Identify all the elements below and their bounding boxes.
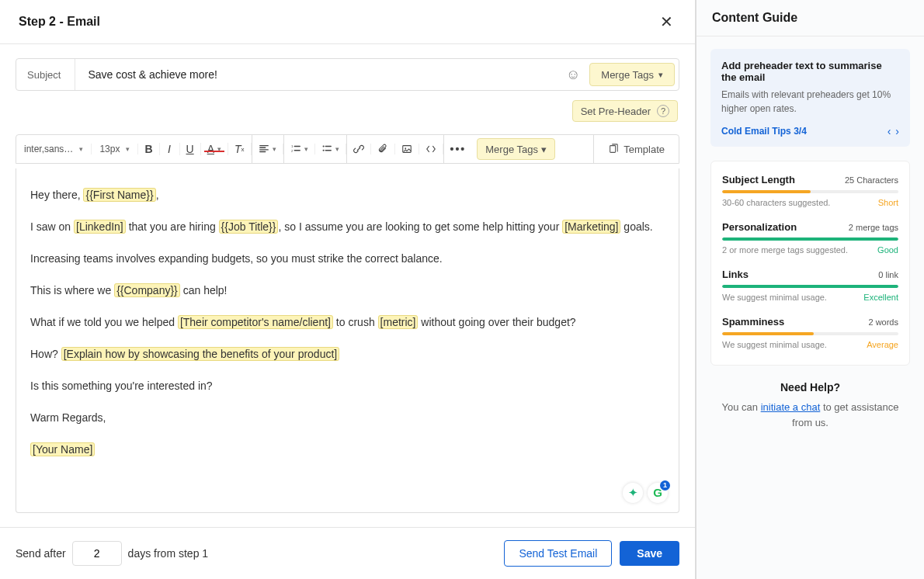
copy-icon <box>608 144 619 154</box>
set-preheader-button[interactable]: Set Pre-Header ? <box>572 100 678 122</box>
metric-status: Average <box>867 340 898 349</box>
svg-point-5 <box>405 147 406 149</box>
metric-bar <box>722 190 898 193</box>
subject-row: Subject ☺ Merge Tags ▾ <box>16 58 679 91</box>
content-guide-panel: Content Guide Add preheader text to summ… <box>696 0 924 579</box>
help-icon[interactable]: ? <box>657 105 669 117</box>
assist-icon[interactable]: ✦ <box>623 483 643 503</box>
metric-status: Excellent <box>863 293 898 302</box>
svg-point-2 <box>322 145 324 147</box>
days-suffix: days from step 1 <box>128 547 209 560</box>
metric-bar <box>722 237 898 241</box>
svg-text:2: 2 <box>290 149 293 153</box>
font-family-select[interactable]: inter,sans…▾ <box>16 144 92 154</box>
grammarly-badge: 1 <box>660 480 670 491</box>
dialog-title: Step 2 - Email <box>19 15 100 29</box>
subject-label: Subject <box>16 59 75 90</box>
svg-text:1: 1 <box>290 144 293 148</box>
metric-name: Links <box>722 269 749 280</box>
metric-status: Short <box>878 198 898 207</box>
tip-desc: Emails with relevant preheaders get 10% … <box>721 88 899 116</box>
more-button[interactable]: ••• <box>444 143 473 155</box>
merge-tag: {{First Name}} <box>83 188 155 202</box>
italic-button[interactable]: I <box>160 143 180 155</box>
ordered-list-icon: 12 <box>290 144 301 154</box>
clear-format-button[interactable]: Tx <box>228 143 252 155</box>
merge-tags-label: Merge Tags <box>601 69 654 81</box>
underline-button[interactable]: U <box>180 143 201 155</box>
metric-status: Good <box>877 245 898 255</box>
placeholder: [Marketing] <box>562 220 620 234</box>
subject-merge-tags-button[interactable]: Merge Tags ▾ <box>589 63 675 86</box>
email-body-editor[interactable]: Hey there, {{First Name}}, I saw on [Lin… <box>16 168 679 513</box>
metric-hint: We suggest minimal usage. <box>722 340 827 349</box>
emoji-icon[interactable]: ☺ <box>557 67 589 83</box>
metric-value: 25 Characters <box>845 175 898 185</box>
unordered-list-button[interactable]: ▾ <box>315 144 346 154</box>
editor-toolbar: inter,sans…▾ 13px▾ B I U A▾ Tx ▾ 12 ▾ <box>16 134 679 164</box>
close-icon[interactable]: ✕ <box>657 11 676 33</box>
svg-rect-6 <box>610 146 616 153</box>
template-button[interactable]: Template <box>599 138 674 160</box>
svg-point-3 <box>322 150 324 151</box>
metric-name: Spamminess <box>722 316 784 328</box>
paperclip-icon <box>377 144 388 154</box>
image-icon <box>401 144 412 154</box>
tip-heading: Add preheader text to summarise the emai… <box>721 60 899 83</box>
align-left-icon <box>259 144 269 154</box>
code-icon <box>426 144 436 154</box>
metric-row: Subject Length25 Characters30-60 charact… <box>722 174 898 207</box>
content-guide-title: Content Guide <box>696 0 924 36</box>
chevron-down-icon: ▾ <box>658 70 663 80</box>
editor-floating-widgets: ✦ G 1 <box>623 483 668 503</box>
chevron-down-icon: ▾ <box>335 145 339 153</box>
placeholder: [Your Name] <box>30 442 95 456</box>
ordered-list-button[interactable]: 12 ▾ <box>284 144 315 154</box>
chevron-down-icon: ▾ <box>79 145 83 153</box>
editor-merge-tags-button[interactable]: Merge Tags ▾ <box>477 138 555 160</box>
send-after-label: Send after <box>16 547 66 560</box>
chevron-down-icon: ▾ <box>304 145 308 153</box>
placeholder: [Explain how by showcasing the benefits … <box>61 347 340 361</box>
bold-button[interactable]: B <box>138 143 159 155</box>
link-icon <box>353 144 364 154</box>
grammarly-icon[interactable]: G 1 <box>648 483 668 503</box>
link-button[interactable] <box>347 144 371 154</box>
save-button[interactable]: Save <box>620 541 679 566</box>
placeholder: [metric] <box>378 315 419 329</box>
metric-value: 0 link <box>878 270 898 279</box>
subject-input[interactable] <box>75 59 557 90</box>
tip-next-button[interactable]: › <box>895 125 899 137</box>
unordered-list-icon <box>321 144 332 154</box>
attachment-button[interactable] <box>371 144 395 154</box>
metric-bar <box>722 285 898 288</box>
align-button[interactable]: ▾ <box>252 144 283 154</box>
tip-prev-button[interactable]: ‹ <box>888 125 891 137</box>
metric-name: Personalization <box>722 221 797 233</box>
text-color-button[interactable]: A▾ <box>201 143 228 155</box>
metric-hint: We suggest minimal usage. <box>722 293 827 302</box>
metric-value: 2 words <box>868 317 898 327</box>
metric-hint: 30-60 characters suggested. <box>722 198 830 207</box>
tip-nav-link[interactable]: Cold Email Tips 3/4 <box>721 126 807 137</box>
chevron-down-icon: ▾ <box>541 144 547 155</box>
chevron-down-icon: ▾ <box>217 145 221 153</box>
send-after-days-input[interactable] <box>72 541 122 566</box>
code-button[interactable] <box>419 144 443 154</box>
image-button[interactable] <box>395 144 419 154</box>
footer-bar: Send after days from step 1 Send Test Em… <box>0 527 695 579</box>
merge-tag: {{Company}} <box>114 283 180 297</box>
metric-row: Links0 linkWe suggest minimal usage.Exce… <box>722 269 898 302</box>
merge-tag: {{Job Title}} <box>219 220 279 234</box>
font-size-select[interactable]: 13px▾ <box>92 144 138 154</box>
send-test-email-button[interactable]: Send Test Email <box>504 540 612 567</box>
chevron-down-icon: ▾ <box>273 145 276 153</box>
metric-row: Spamminess2 wordsWe suggest minimal usag… <box>722 316 898 349</box>
metric-row: Personalization2 merge tags2 or more mer… <box>722 221 898 255</box>
initiate-chat-link[interactable]: initiate a chat <box>761 401 821 413</box>
metric-name: Subject Length <box>722 174 795 185</box>
placeholder: [LinkedIn] <box>74 220 126 234</box>
metric-hint: 2 or more merge tags suggested. <box>722 245 848 255</box>
need-help-section: Need Help? You can initiate a chat to ge… <box>710 366 910 446</box>
chevron-down-icon: ▾ <box>126 145 130 153</box>
